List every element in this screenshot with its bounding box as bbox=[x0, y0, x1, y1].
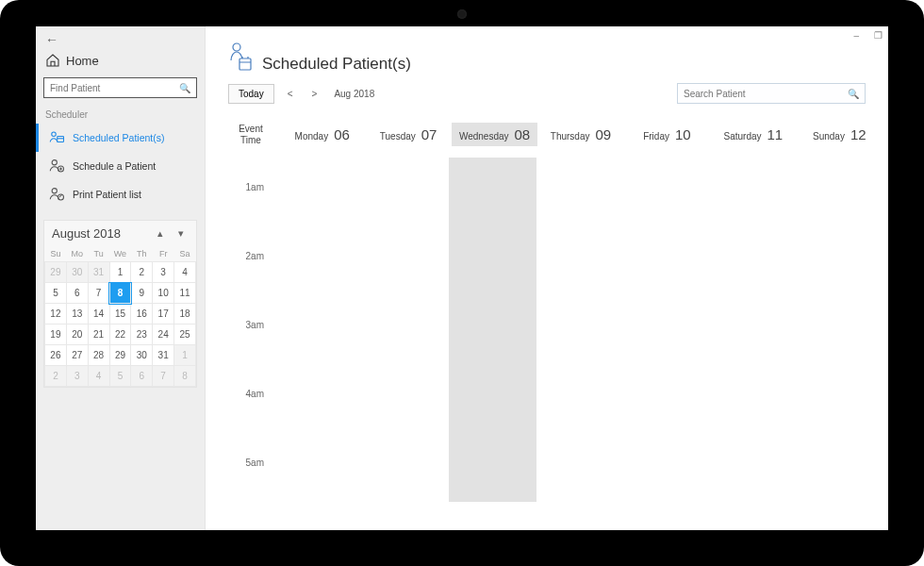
window-restore[interactable]: ❐ bbox=[874, 30, 883, 41]
mini-calendar-day[interactable]: 20 bbox=[66, 325, 88, 345]
mini-calendar-prev[interactable]: ▴ bbox=[153, 227, 168, 240]
mini-calendar-day[interactable]: 30 bbox=[66, 262, 88, 283]
today-button[interactable]: Today bbox=[228, 84, 274, 104]
week-next[interactable]: > bbox=[306, 87, 323, 101]
home-link[interactable]: Home bbox=[36, 47, 205, 77]
mini-calendar-day[interactable]: 11 bbox=[174, 283, 196, 304]
nav-scheduled-patients[interactable]: Scheduled Patient(s) bbox=[36, 124, 205, 152]
mini-calendar-day[interactable]: 15 bbox=[109, 304, 131, 325]
mini-calendar-day[interactable]: 6 bbox=[131, 366, 153, 387]
time-slot[interactable] bbox=[713, 295, 800, 364]
time-slot[interactable] bbox=[449, 295, 536, 364]
mini-calendar-day[interactable]: 2 bbox=[45, 366, 67, 387]
mini-calendar-day[interactable]: 13 bbox=[66, 304, 88, 325]
time-slot[interactable] bbox=[361, 295, 449, 364]
mini-calendar-day[interactable]: 29 bbox=[45, 262, 67, 283]
mini-calendar-day[interactable]: 1 bbox=[109, 262, 131, 283]
mini-calendar-day[interactable]: 30 bbox=[131, 345, 153, 366]
mini-calendar-day[interactable]: 3 bbox=[153, 262, 174, 283]
mini-calendar-day[interactable]: 1 bbox=[174, 345, 196, 366]
time-slot[interactable] bbox=[536, 433, 624, 502]
time-slot[interactable] bbox=[800, 433, 888, 502]
mini-calendar-day[interactable]: 17 bbox=[153, 304, 174, 325]
time-slot[interactable] bbox=[713, 433, 800, 502]
time-slot[interactable] bbox=[273, 433, 361, 502]
back-button[interactable]: ← bbox=[36, 26, 205, 47]
day-header[interactable]: Friday10 bbox=[624, 123, 710, 146]
time-slot[interactable] bbox=[713, 158, 800, 226]
mini-calendar-day[interactable]: 3 bbox=[66, 366, 88, 387]
mini-calendar-day[interactable]: 8 bbox=[109, 283, 131, 304]
time-slot[interactable] bbox=[800, 158, 888, 226]
nav-schedule-patient[interactable]: Schedule a Patient bbox=[36, 152, 205, 180]
day-header[interactable]: Tuesday07 bbox=[365, 123, 451, 146]
mini-calendar-day[interactable]: 16 bbox=[131, 304, 153, 325]
time-slot[interactable] bbox=[713, 364, 800, 433]
mini-calendar-day[interactable]: 29 bbox=[109, 345, 131, 366]
nav-print-patient-list[interactable]: Print Patient list bbox=[36, 180, 205, 208]
time-slot[interactable] bbox=[625, 364, 713, 433]
time-slot[interactable] bbox=[449, 158, 536, 226]
time-slot[interactable] bbox=[800, 295, 888, 364]
time-slot[interactable] bbox=[361, 433, 449, 502]
mini-calendar-day[interactable]: 5 bbox=[45, 283, 67, 304]
mini-calendar-day[interactable]: 26 bbox=[45, 345, 67, 366]
mini-calendar-day[interactable]: 19 bbox=[45, 325, 67, 345]
mini-calendar-day[interactable]: 21 bbox=[88, 325, 109, 345]
time-slot[interactable] bbox=[449, 226, 536, 295]
mini-calendar-day[interactable]: 28 bbox=[88, 345, 109, 366]
mini-calendar-day[interactable]: 18 bbox=[174, 304, 196, 325]
mini-calendar-day[interactable]: 8 bbox=[174, 366, 196, 387]
day-header[interactable]: Monday06 bbox=[279, 123, 365, 146]
time-slot[interactable] bbox=[449, 364, 536, 433]
mini-calendar-next[interactable]: ▾ bbox=[173, 227, 189, 240]
time-slot[interactable] bbox=[536, 226, 624, 295]
window-minimize[interactable]: – bbox=[853, 30, 859, 41]
time-slot[interactable] bbox=[273, 364, 361, 433]
time-slot[interactable] bbox=[625, 226, 713, 295]
day-header[interactable]: Wednesday08 bbox=[452, 123, 537, 146]
mini-calendar-day[interactable]: 5 bbox=[109, 366, 131, 387]
time-slot[interactable] bbox=[536, 295, 624, 364]
mini-calendar-day[interactable]: 14 bbox=[88, 304, 109, 325]
time-slot[interactable] bbox=[536, 364, 624, 433]
time-slot[interactable] bbox=[361, 364, 449, 433]
day-header[interactable]: Thursday09 bbox=[537, 123, 623, 146]
time-slot[interactable] bbox=[713, 226, 800, 295]
time-slot[interactable] bbox=[361, 226, 449, 295]
mini-calendar-day[interactable]: 6 bbox=[66, 283, 88, 304]
time-slot[interactable] bbox=[625, 158, 713, 226]
time-slot[interactable] bbox=[361, 158, 449, 226]
mini-calendar-day[interactable]: 10 bbox=[153, 283, 174, 304]
find-patient-field[interactable] bbox=[50, 83, 179, 93]
mini-calendar-day[interactable]: 9 bbox=[131, 283, 153, 304]
mini-calendar-day[interactable]: 2 bbox=[131, 262, 153, 283]
mini-calendar-day[interactable]: 22 bbox=[109, 325, 131, 345]
time-slot[interactable] bbox=[273, 295, 361, 364]
mini-calendar-day[interactable]: 7 bbox=[153, 366, 174, 387]
find-patient-input[interactable]: 🔍 bbox=[43, 77, 197, 98]
mini-calendar-day[interactable]: 27 bbox=[66, 345, 88, 366]
mini-calendar-day[interactable]: 31 bbox=[88, 262, 109, 283]
mini-calendar-day[interactable]: 24 bbox=[153, 325, 174, 345]
day-header[interactable]: Saturday11 bbox=[710, 123, 796, 146]
time-slot[interactable] bbox=[273, 226, 361, 295]
mini-calendar-day[interactable]: 7 bbox=[88, 283, 109, 304]
time-slot[interactable] bbox=[536, 158, 624, 226]
day-header[interactable]: Sunday12 bbox=[797, 123, 883, 146]
mini-calendar-day[interactable]: 4 bbox=[174, 262, 196, 283]
week-prev[interactable]: < bbox=[282, 87, 299, 101]
search-patient-input[interactable]: 🔍 bbox=[677, 83, 866, 104]
mini-calendar-day[interactable]: 25 bbox=[174, 325, 196, 345]
mini-calendar-day[interactable]: 23 bbox=[131, 325, 153, 345]
time-slot[interactable] bbox=[800, 226, 888, 295]
time-slot[interactable] bbox=[273, 158, 361, 226]
time-slot[interactable] bbox=[449, 433, 536, 502]
time-slot[interactable] bbox=[625, 433, 713, 502]
mini-calendar-day[interactable]: 4 bbox=[88, 366, 109, 387]
search-patient-field[interactable] bbox=[684, 89, 848, 99]
mini-calendar-day[interactable]: 12 bbox=[45, 304, 67, 325]
time-slot[interactable] bbox=[800, 364, 888, 433]
time-slot[interactable] bbox=[625, 295, 713, 364]
mini-calendar-day[interactable]: 31 bbox=[153, 345, 174, 366]
